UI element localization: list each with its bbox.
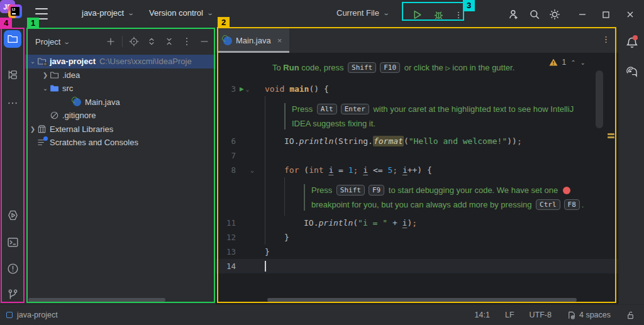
tool-window-problems-icon[interactable] [4, 260, 21, 277]
line-number[interactable]: 11 [218, 216, 236, 230]
keycap: F10 [380, 62, 400, 73]
tool-window-project-icon[interactable] [4, 30, 21, 48]
plus-icon[interactable] [104, 35, 117, 48]
tree-item--gitignore[interactable]: .gitignore [25, 109, 216, 123]
vcs-widget[interactable]: Version control ⌄ [149, 8, 213, 18]
method-call-token: println [299, 136, 333, 146]
line-content: } [265, 245, 270, 259]
method-token: main [289, 84, 309, 94]
run-configuration-selector[interactable]: Current File ⌄ [336, 8, 389, 18]
caret-position-widget[interactable]: 14:1 [475, 311, 490, 319]
project-folder-icon [36, 57, 47, 67]
line-number[interactable]: 3 [218, 82, 236, 96]
tree-item-src[interactable]: ⌄src [25, 82, 216, 96]
annotation-label-2: 2 [218, 17, 230, 28]
tree-chevron-icon[interactable]: ❯ [29, 126, 36, 133]
title-bar: IJ JP java-project ⌄ Version control ⌄ C… [0, 0, 644, 28]
variable-token: i [402, 165, 408, 175]
left-tool-strip [0, 28, 25, 304]
status-project-widget[interactable]: java-project [6, 311, 58, 319]
fold-chevron-icon[interactable]: ⌄ [250, 163, 254, 177]
keycap: Enter [341, 104, 369, 114]
tool-window-run-icon[interactable] [4, 206, 21, 224]
editor-horizontal-scrollbar[interactable] [267, 298, 577, 302]
comment-text: breakpoint for you, but you can always a… [311, 200, 534, 209]
code-token [397, 165, 402, 175]
annotation-label-1: 1 [27, 18, 39, 29]
keycap: F8 [564, 199, 580, 210]
indent-widget[interactable]: 4 spaces [567, 311, 611, 320]
locate-icon[interactable] [128, 35, 140, 48]
tree-chevron-icon[interactable]: ❯ [42, 72, 49, 79]
gutter-run-icon[interactable]: ▶⌄ [240, 82, 249, 97]
code-token: + [387, 218, 402, 228]
java-class-icon [223, 36, 232, 45]
src-folder-icon [49, 84, 60, 94]
tree-item--idea[interactable]: ❯.idea [25, 69, 216, 82]
number-token: 1 [348, 165, 353, 175]
hide-icon[interactable] [198, 35, 211, 48]
line-separator-widget[interactable]: LF [505, 311, 514, 319]
tab-main-java[interactable]: Main.java × [217, 28, 289, 53]
comment-text: Press [311, 185, 335, 195]
line-number[interactable]: 7 [218, 148, 236, 163]
tab-options-icon[interactable]: ⋮ [602, 35, 611, 44]
code-editor[interactable]: 1 ⌃ ⌄ To Run code, press ShiftF10 or cli… [216, 53, 618, 304]
editor-area: Main.java × ⋮ 1 ⌃ ⌄ To Run code, press S… [216, 28, 618, 304]
expand-icon[interactable] [145, 35, 158, 48]
toolbar-divider [122, 36, 123, 47]
lock-icon[interactable] [626, 311, 635, 320]
semicolon-token: ; [517, 136, 522, 146]
project-switcher[interactable]: java-project ⌄ [82, 8, 134, 18]
keyword-token: int [309, 165, 323, 175]
close-button[interactable] [623, 8, 637, 21]
ai-assistant-icon[interactable] [624, 64, 640, 80]
line-number[interactable]: 6 [218, 134, 236, 148]
encoding-widget[interactable]: UTF-8 [530, 311, 552, 319]
search-everywhere-icon[interactable] [528, 8, 541, 21]
maximize-button[interactable] [599, 8, 613, 21]
settings-gear-icon[interactable] [548, 8, 562, 21]
notifications-bell-icon[interactable] [624, 35, 640, 50]
rendered-comment-line: To Run code, press ShiftF10 or click the… [216, 60, 618, 75]
code-with-me-icon[interactable] [507, 8, 521, 21]
tree-chevron-icon[interactable]: ⌄ [42, 85, 49, 92]
keycap: Ctrl [536, 199, 560, 210]
highlighted-token: format [373, 136, 404, 146]
method-call-token: println [318, 218, 353, 228]
keycap: Shift [336, 185, 365, 196]
tree-item-label: java-project [50, 57, 96, 66]
tool-window-structure-icon[interactable] [4, 66, 21, 84]
line-number[interactable]: 14 [218, 259, 236, 273]
keyword-token: for [284, 165, 299, 175]
tab-close-icon[interactable]: × [277, 36, 282, 45]
keyword-token: void [265, 84, 289, 94]
line-number[interactable]: 8 [218, 163, 236, 177]
tool-window-terminal-icon[interactable] [4, 233, 21, 251]
tree-item-main-java[interactable]: Main.java [25, 96, 216, 109]
line-number[interactable]: 12 [218, 230, 236, 245]
tree-item-label: Main.java [85, 97, 120, 107]
tree-item-scratches-and-consoles[interactable]: Scratches and Consoles [25, 136, 216, 150]
project-horizontal-scrollbar[interactable] [28, 298, 165, 302]
kebab-icon[interactable] [180, 35, 193, 48]
minimize-button[interactable] [575, 8, 589, 21]
project-view-selector[interactable]: Project ⌄ [35, 37, 70, 47]
rendered-comment-line: breakpoint for you, but you can always a… [216, 197, 618, 212]
tool-window-git-icon[interactable] [4, 285, 21, 303]
module-icon [6, 312, 13, 318]
tree-chevron-icon[interactable]: ⌄ [29, 58, 36, 65]
indent-config-icon [567, 311, 576, 320]
tree-item-java-project[interactable]: ⌄java-projectC:\Users\xxcmi\IdeaProje [25, 55, 216, 69]
line-content: Press AltEnter with your caret at the hi… [292, 102, 574, 116]
line-number[interactable]: 13 [218, 245, 236, 259]
run-button[interactable] [410, 8, 424, 21]
tree-item-label: .gitignore [62, 111, 96, 120]
tool-window-more-icon[interactable] [4, 94, 21, 112]
tree-item-external-libraries[interactable]: ❯External Libraries [25, 123, 216, 136]
rendered-comment-line: Press ShiftF9 to start debugging your co… [216, 183, 618, 197]
project-switcher-label: java-project [82, 8, 124, 18]
debug-button[interactable] [431, 8, 445, 21]
string-token: "Hello and welcome!" [409, 136, 508, 146]
collapse-icon[interactable] [163, 35, 175, 48]
